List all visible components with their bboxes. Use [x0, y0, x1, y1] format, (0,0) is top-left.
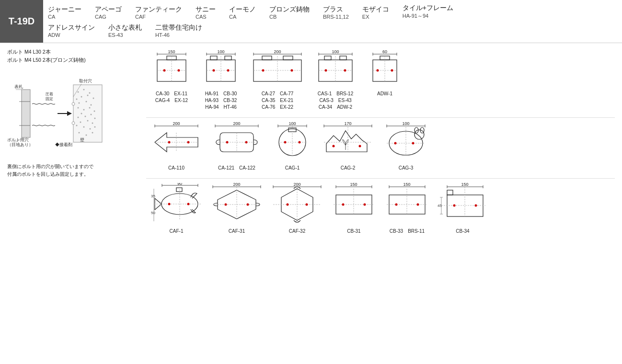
shape-ca121: 200 CA-121 CA-122: [207, 120, 267, 174]
shape-cag3-label: CAG-3: [399, 165, 414, 171]
svg-point-168: [247, 204, 249, 206]
svg-point-23: [91, 114, 92, 115]
svg-point-56: [163, 69, 166, 72]
shape-cag2: 170 CAG-2: [318, 120, 378, 174]
model-badge: T-19D: [0, 0, 43, 43]
svg-point-99: [377, 69, 379, 72]
svg-point-175: [287, 204, 289, 206]
shape-row-3: 90 35 50: [146, 181, 615, 237]
svg-point-145: [394, 142, 397, 145]
nav-item-cag[interactable]: アペーゴCAG: [95, 5, 122, 20]
svg-marker-4: [67, 111, 72, 116]
svg-point-14: [86, 101, 87, 102]
svg-rect-85: [340, 56, 346, 60]
svg-rect-204: [447, 190, 453, 195]
nav-item-cas[interactable]: サニーCAS: [196, 5, 216, 20]
svg-point-140: [415, 130, 424, 139]
shape-ca121-svg: 200: [210, 122, 263, 163]
shape-cag3-svg: 100: [382, 122, 430, 163]
svg-text:（目地あり）: （目地あり）: [7, 142, 33, 147]
svg-text:200: 200: [293, 183, 300, 187]
nav-item-bottom-ht-46[interactable]: 二世帯住宅向けHT-46: [155, 23, 202, 38]
svg-point-35: [72, 102, 75, 105]
svg-point-12: [93, 97, 94, 99]
svg-text:150: 150: [350, 183, 357, 187]
shape-cag3: 100 CAG-3: [378, 120, 434, 174]
shape-caf31-svg: 200: [210, 183, 263, 226]
svg-point-193: [395, 204, 398, 206]
svg-point-29: [83, 126, 85, 127]
shape-cas1: 100 CAS-1 BRS-12CAS-3 ES-43CA-34 ADW-2: [310, 48, 361, 113]
svg-point-159: [168, 203, 171, 205]
svg-point-7: [83, 89, 85, 90]
shape-caf32: 200 CAF-32: [267, 181, 327, 237]
svg-point-134: [359, 145, 361, 148]
svg-text:100: 100: [288, 122, 296, 126]
svg-text:200: 200: [233, 122, 240, 126]
nav-item-bottom-adw[interactable]: アドレスサインADW: [48, 23, 95, 38]
shape-caf31-label: CAF-31: [229, 228, 245, 235]
svg-rect-0: [22, 90, 30, 137]
svg-text:50: 50: [151, 211, 155, 215]
svg-point-15: [91, 104, 92, 105]
nav-item-caf[interactable]: ファンティークCAF: [135, 5, 182, 20]
svg-point-32: [79, 132, 80, 133]
row-divider-2: [146, 178, 615, 179]
svg-point-57: [178, 69, 180, 72]
svg-text:200: 200: [173, 122, 180, 126]
shape-caf1-svg: 90 35 50: [150, 183, 203, 226]
shape-caf32-svg: 200: [271, 183, 323, 226]
installation-diagram: 表札 取付穴 圧着 固定 壁 ボルト用穴 （目地あり） ◆接着剤: [7, 70, 132, 157]
shape-ca30: 150 CA-30 EX-11CAG-4 EX-12: [146, 48, 197, 113]
nav-item-ca[interactable]: イーモノCA: [229, 5, 256, 20]
svg-point-89: [325, 69, 327, 72]
svg-text:◆接着剤: ◆接着剤: [55, 142, 72, 147]
svg-point-167: [225, 204, 227, 206]
svg-text:150: 150: [461, 183, 468, 187]
svg-rect-73: [262, 56, 272, 60]
nav-item-ex[interactable]: モザイコEX: [362, 5, 389, 20]
shape-cb34: 150 45 CB-34: [434, 181, 492, 237]
nav-item-ca[interactable]: ジャーニーCA: [48, 5, 81, 20]
svg-point-125: [284, 141, 287, 144]
shape-ca121-label: CA-121 CA-122: [218, 165, 255, 171]
svg-text:表札: 表札: [14, 84, 23, 89]
svg-point-20: [81, 113, 82, 114]
svg-point-116: [245, 141, 248, 144]
left-panel: ボルト M4 L30 2本 ボルト M4 L50 2本(ブロンズ鋳物): [7, 48, 141, 359]
svg-point-90: [344, 69, 346, 72]
install-note: 裏側にボルト用の穴が開いていますので 付属のボルトを回し込み固定します。: [7, 163, 141, 178]
svg-point-146: [412, 142, 415, 145]
shape-ca110-label: CA-110: [168, 165, 184, 171]
svg-rect-74: [283, 56, 293, 60]
svg-point-207: [453, 205, 456, 207]
shape-ha91-label: HA-91 CB-30HA-93 CB-32HA-94 HT-46: [205, 91, 237, 111]
shape-caf1: 90 35 50: [146, 181, 207, 237]
svg-point-33: [86, 134, 87, 136]
svg-point-16: [78, 107, 79, 108]
svg-point-126: [299, 141, 301, 144]
shape-ha91-svg: 100: [202, 50, 240, 89]
svg-text:圧着: 圧着: [46, 92, 53, 96]
svg-text:170: 170: [344, 122, 351, 126]
nav-item-brs1112[interactable]: ブラスBRS-11,12: [323, 5, 349, 20]
nav-item-ha9194[interactable]: タイル+フレームHA-91～94: [403, 4, 453, 20]
shape-cb31: 150 CB-31: [327, 181, 380, 237]
svg-point-176: [306, 204, 308, 206]
svg-rect-156: [176, 188, 182, 192]
shape-cb33-label: CB-33 BRS-11: [390, 228, 425, 235]
svg-text:150: 150: [403, 183, 410, 187]
nav-item-bottom-es-43[interactable]: 小さな表札ES-43: [108, 23, 142, 38]
svg-point-115: [226, 141, 229, 144]
svg-point-6: [78, 91, 79, 92]
svg-text:取付穴: 取付穴: [79, 79, 92, 83]
svg-point-194: [417, 204, 419, 206]
shape-cag2-svg: 170: [322, 122, 374, 163]
svg-point-185: [364, 204, 366, 206]
shape-adw1-label: ADW-1: [377, 91, 392, 97]
bolt-info-text: ボルト M4 L30 2本 ボルト M4 L50 2本(ブロンズ鋳物): [7, 49, 86, 63]
svg-text:35: 35: [151, 194, 155, 198]
svg-text:200: 200: [274, 50, 281, 54]
svg-rect-63: [225, 56, 231, 60]
nav-item-cb[interactable]: ブロンズ鋳物CB: [269, 5, 310, 20]
